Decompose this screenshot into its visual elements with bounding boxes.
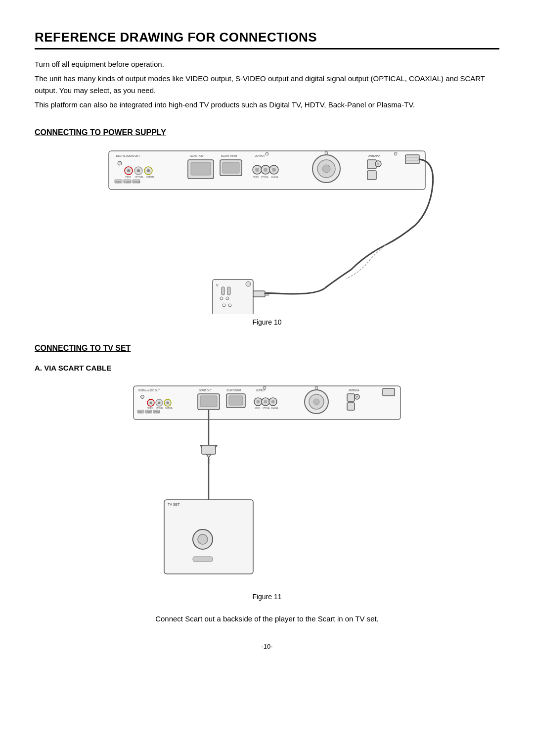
svg-rect-40 (367, 160, 376, 169)
figure-11-diagram: DIGITAL AUDIO OUT VIDEO OPTICAL COAXIAL … (124, 381, 410, 589)
page-number: -10- (35, 643, 499, 650)
intro-line-2: The unit has many kinds of output modes … (35, 73, 499, 96)
sub-heading-scart: A. VIA SCART CABLE (35, 364, 499, 372)
svg-point-29 (264, 168, 267, 172)
svg-point-63 (150, 402, 152, 404)
svg-point-44 (394, 152, 397, 155)
svg-text:OPTICAL: OPTICAL (135, 176, 144, 178)
page-title: REFERENCE DRAWING FOR CONNECTIONS (35, 30, 499, 49)
svg-rect-45 (405, 155, 419, 164)
figure-11-container: DIGITAL AUDIO OUT VIDEO OPTICAL COAXIAL … (35, 381, 499, 601)
svg-point-38 (325, 151, 328, 154)
svg-rect-100 (347, 403, 355, 410)
svg-text:VIDEO: VIDEO (125, 176, 131, 178)
svg-text:COAXIAL: COAXIAL (271, 407, 278, 409)
section-heading-power-supply: CONNECTING TO POWER SUPPLY (35, 128, 499, 137)
svg-text:SCART OUT: SCART OUT (199, 389, 212, 392)
intro-section: Turn off all equipment before operation.… (35, 58, 499, 110)
svg-text:COAXIAL: COAXIAL (165, 407, 173, 409)
svg-rect-83 (229, 396, 243, 405)
svg-text:COAXIAL: COAXIAL (271, 176, 278, 178)
svg-point-88 (264, 400, 267, 404)
svg-rect-106 (202, 445, 216, 454)
svg-text:VIDEO: VIDEO (138, 411, 143, 413)
svg-text:S-VIDEO: S-VIDEO (124, 181, 132, 183)
svg-text:VIDEO: VIDEO (255, 407, 260, 409)
intro-line-3: This platform can also be integrated int… (35, 99, 499, 110)
svg-point-37 (322, 165, 330, 173)
svg-point-27 (255, 168, 259, 172)
svg-text:OPTICAL: OPTICAL (156, 407, 163, 409)
svg-text:OPTICAL: OPTICAL (263, 407, 270, 409)
svg-rect-51 (222, 287, 224, 295)
svg-point-111 (198, 534, 208, 544)
svg-point-21 (266, 152, 268, 155)
svg-text:S-VIDEO: S-VIDEO (145, 411, 152, 413)
svg-point-4 (127, 169, 130, 172)
svg-rect-79 (200, 396, 217, 407)
svg-text:OPTICAL: OPTICAL (133, 181, 140, 183)
svg-rect-24 (222, 162, 239, 173)
svg-text:VIDEO: VIDEO (253, 176, 259, 178)
svg-text:DIGITAL AUDIO OUT: DIGITAL AUDIO OUT (116, 154, 140, 157)
svg-point-31 (272, 168, 276, 172)
svg-point-6 (137, 169, 140, 172)
svg-text:TV SET: TV SET (168, 503, 180, 506)
svg-point-2 (118, 161, 122, 165)
svg-text:OUTPUT: OUTPUT (256, 389, 266, 392)
svg-point-97 (315, 386, 318, 389)
svg-rect-99 (347, 394, 355, 401)
svg-text:V: V (216, 284, 219, 287)
svg-point-65 (158, 402, 161, 404)
svg-point-86 (257, 400, 260, 404)
intro-line-1: Turn off all equipment before operation. (35, 58, 499, 70)
svg-rect-20 (191, 162, 211, 175)
svg-point-8 (147, 169, 150, 172)
section-heading-tv-set: CONNECTING TO TV SET (35, 344, 499, 353)
svg-point-50 (246, 282, 251, 286)
figure-10-caption: Figure 10 (252, 318, 281, 326)
svg-text:OPTICAL: OPTICAL (261, 176, 268, 178)
svg-text:SCART OUT: SCART OUT (190, 154, 205, 157)
svg-point-61 (141, 395, 144, 399)
svg-text:OPTICAL: OPTICAL (154, 411, 160, 413)
svg-text:SCART INPUT: SCART INPUT (226, 389, 241, 392)
svg-point-43 (377, 163, 379, 165)
svg-point-102 (356, 396, 358, 398)
svg-text:SCART INPUT: SCART INPUT (221, 154, 237, 157)
bottom-note: Connect Scart out a backside of the play… (35, 614, 499, 623)
figure-10-container: DIGITAL AUDIO OUT VIDEO OPTICAL COAXIAL … (35, 146, 499, 326)
svg-rect-103 (383, 388, 395, 396)
svg-rect-52 (227, 287, 230, 295)
svg-point-67 (167, 402, 169, 404)
figure-10-diagram: DIGITAL AUDIO OUT VIDEO OPTICAL COAXIAL … (99, 146, 435, 314)
svg-rect-41 (367, 171, 376, 180)
svg-text:VIDEO: VIDEO (115, 181, 121, 183)
svg-text:ANTENNA: ANTENNA (368, 154, 381, 157)
svg-text:DIGITAL AUDIO OUT: DIGITAL AUDIO OUT (138, 389, 160, 392)
svg-text:COAXIAL: COAXIAL (146, 176, 155, 178)
figure-11-caption: Figure 11 (252, 593, 281, 601)
svg-point-90 (271, 400, 275, 404)
svg-point-96 (313, 399, 319, 405)
svg-text:ANTENNA: ANTENNA (349, 389, 359, 392)
svg-rect-112 (193, 557, 213, 562)
svg-text:OUTPUT: OUTPUT (255, 154, 265, 157)
svg-text:VIDEO: VIDEO (147, 407, 153, 409)
svg-rect-57 (253, 291, 265, 297)
